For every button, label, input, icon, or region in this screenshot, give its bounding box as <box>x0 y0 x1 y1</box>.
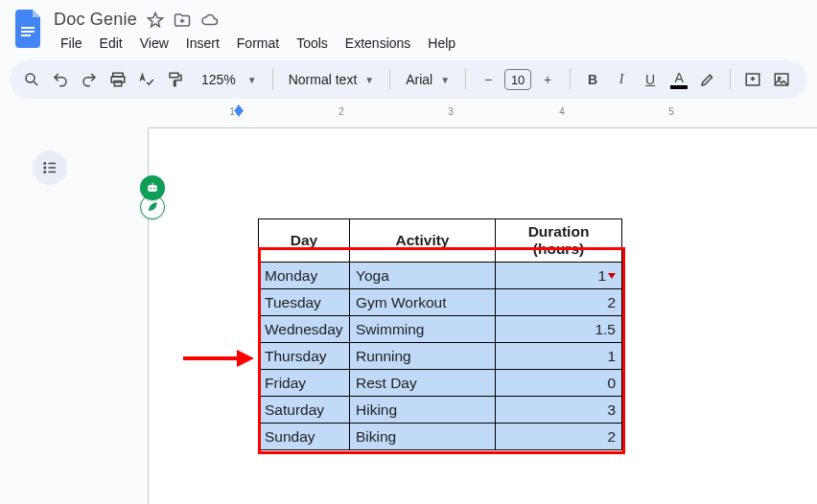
paragraph-style-dropdown[interactable]: Normal text▼ <box>283 72 380 87</box>
menu-edit[interactable]: Edit <box>93 34 129 53</box>
svg-rect-7 <box>170 73 178 78</box>
undo-icon[interactable] <box>48 66 73 93</box>
cell-day[interactable]: Tuesday <box>259 289 350 316</box>
table-row[interactable]: MondayYoga1 <box>259 263 622 289</box>
addon-badges <box>140 175 165 219</box>
menu-insert[interactable]: Insert <box>179 34 226 53</box>
ruler-label: 2 <box>338 106 344 117</box>
underline-button[interactable]: U <box>638 66 663 93</box>
menubar: File Edit View Insert Format Tools Exten… <box>54 34 462 53</box>
separator <box>389 69 390 90</box>
cell-activity[interactable]: Yoga <box>350 263 496 289</box>
cell-activity[interactable]: Rest Day <box>350 370 496 397</box>
cell-activity[interactable]: Swimming <box>350 316 496 343</box>
ai-badge-icon[interactable] <box>140 175 165 200</box>
cell-activity[interactable]: Running <box>350 343 496 370</box>
table-row[interactable]: SaturdayHiking3 <box>259 397 622 424</box>
ruler-label: 3 <box>448 106 454 117</box>
toolbar: 125%▼ Normal text▼ Arial▼ − 10 + B I U A <box>10 60 807 99</box>
font-size-input[interactable]: 10 <box>504 69 531 90</box>
cell-duration[interactable]: 1.5 <box>496 316 622 343</box>
increase-font-icon[interactable]: + <box>535 66 560 93</box>
separator <box>272 69 273 90</box>
menu-help[interactable]: Help <box>421 34 462 53</box>
svg-rect-14 <box>148 185 156 192</box>
menu-file[interactable]: File <box>54 34 89 53</box>
svg-point-12 <box>44 167 46 169</box>
docs-logo[interactable] <box>13 8 46 50</box>
cell-day[interactable]: Saturday <box>259 397 350 424</box>
outline-toggle-button[interactable] <box>33 150 67 185</box>
search-icon[interactable] <box>19 66 44 93</box>
zoom-value: 125% <box>198 72 240 87</box>
spellcheck-icon[interactable] <box>134 66 159 93</box>
redo-icon[interactable] <box>77 66 102 93</box>
cell-duration[interactable]: 0 <box>496 370 622 397</box>
activity-table[interactable]: Day Activity Duration (hours) MondayYoga… <box>258 218 622 450</box>
svg-rect-0 <box>21 27 35 29</box>
cell-activity[interactable]: Biking <box>350 424 496 450</box>
svg-point-11 <box>44 163 46 165</box>
menu-extensions[interactable]: Extensions <box>338 34 417 53</box>
table-row[interactable]: SundayBiking2 <box>259 424 622 450</box>
separator <box>730 69 731 90</box>
indent-left-marker[interactable] <box>234 110 244 117</box>
star-icon[interactable] <box>147 11 164 29</box>
style-value: Normal text <box>289 72 358 87</box>
app-header: Doc Genie File Edit View Insert Format T… <box>0 0 817 53</box>
menu-format[interactable]: Format <box>230 34 286 53</box>
bold-button[interactable]: B <box>580 66 605 93</box>
svg-point-3 <box>26 74 35 82</box>
highlight-color-button[interactable] <box>695 66 720 93</box>
svg-point-15 <box>150 188 152 190</box>
font-dropdown[interactable]: Arial▼ <box>400 72 455 87</box>
cell-day[interactable]: Thursday <box>259 343 350 370</box>
svg-rect-1 <box>21 31 35 33</box>
table-row[interactable]: FridayRest Day0 <box>259 370 622 397</box>
separator <box>465 69 466 90</box>
move-icon[interactable] <box>174 11 191 29</box>
cell-duration[interactable]: 1 <box>496 343 622 370</box>
document-canvas: Day Activity Duration (hours) MondayYoga… <box>13 122 817 504</box>
table-row[interactable]: ThursdayRunning1 <box>259 343 622 370</box>
cell-day[interactable]: Friday <box>259 370 350 397</box>
cell-duration[interactable]: 3 <box>496 397 622 424</box>
header-activity[interactable]: Activity <box>350 219 496 263</box>
document-title[interactable]: Doc Genie <box>54 10 137 30</box>
menu-tools[interactable]: Tools <box>290 34 335 53</box>
cell-duration[interactable]: 2 <box>496 289 622 316</box>
table-header-row: Day Activity Duration (hours) <box>259 219 622 263</box>
annotation-arrow <box>183 350 254 367</box>
page[interactable]: Day Activity Duration (hours) MondayYoga… <box>148 127 817 504</box>
italic-button[interactable]: I <box>609 66 634 93</box>
cell-duration[interactable]: 1 <box>496 263 622 289</box>
header-day[interactable]: Day <box>259 219 350 263</box>
font-value: Arial <box>406 72 432 87</box>
cell-activity[interactable]: Hiking <box>350 397 496 424</box>
menu-view[interactable]: View <box>133 34 175 53</box>
text-color-button[interactable]: A <box>666 66 691 93</box>
table-row[interactable]: WednesdaySwimming1.5 <box>259 316 622 343</box>
cell-day[interactable]: Sunday <box>259 424 350 450</box>
cell-duration[interactable]: 2 <box>496 424 622 450</box>
paint-format-icon[interactable] <box>163 66 188 93</box>
insert-image-alt-button[interactable] <box>769 66 794 93</box>
ruler-label: 1 <box>229 106 235 117</box>
svg-point-10 <box>779 77 781 79</box>
header-duration[interactable]: Duration (hours) <box>496 219 622 263</box>
cell-activity[interactable]: Gym Workout <box>350 289 496 316</box>
svg-rect-2 <box>21 34 31 36</box>
cell-day[interactable]: Wednesday <box>259 316 350 343</box>
decrease-font-icon[interactable]: − <box>476 66 501 93</box>
ruler-label: 5 <box>668 106 674 117</box>
cell-day[interactable]: Monday <box>259 263 350 289</box>
cloud-icon[interactable] <box>200 11 220 29</box>
cursor-caret-icon <box>608 273 616 279</box>
ruler[interactable]: 12345 <box>13 104 804 122</box>
zoom-dropdown[interactable]: 125%▼ <box>192 72 263 87</box>
table-row[interactable]: TuesdayGym Workout2 <box>259 289 622 316</box>
insert-image-button[interactable] <box>740 66 765 93</box>
separator <box>570 69 571 90</box>
svg-point-13 <box>44 172 46 173</box>
print-icon[interactable] <box>105 66 130 93</box>
